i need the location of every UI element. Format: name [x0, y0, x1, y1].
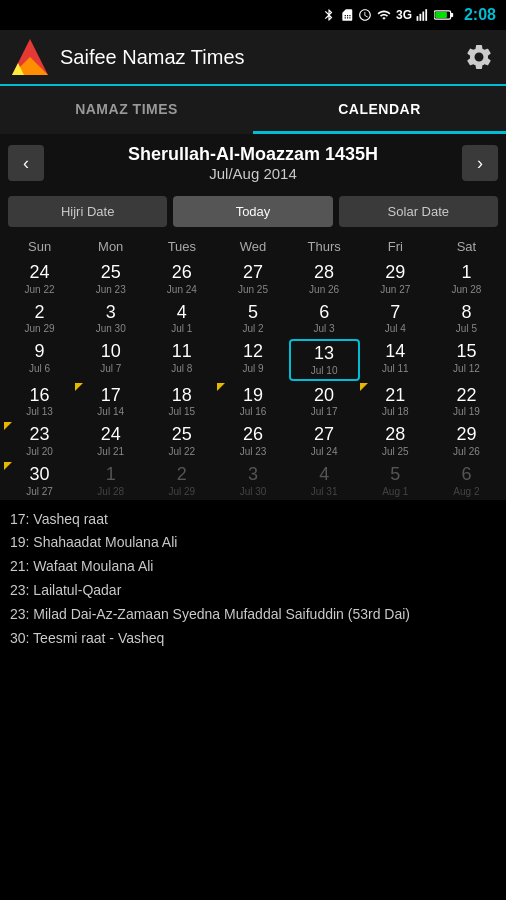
cell-main-number: 12 — [217, 341, 288, 363]
status-icons: 3G 2:08 — [322, 6, 496, 24]
calendar-grid: SunMonTuesWedThursFriSat 24Jun 2225Jun 2… — [0, 235, 506, 500]
calendar-cell[interactable]: 6Jul 3 — [289, 300, 360, 338]
calendar-cell[interactable]: 5Jul 2 — [217, 300, 288, 338]
day-header: Sat — [431, 235, 502, 258]
cell-sub-date: Jul 7 — [75, 363, 146, 375]
calendar-cell[interactable]: 28Jul 25 — [360, 422, 431, 460]
cell-main-number: 27 — [289, 424, 360, 446]
calendar-cell[interactable]: 7Jul 4 — [360, 300, 431, 338]
calendar-cell[interactable]: 10Jul 7 — [75, 339, 146, 381]
calendar-cell[interactable]: 26Jul 23 — [217, 422, 288, 460]
calendar-month-hijri: Sherullah-Al-Moazzam 1435H — [44, 144, 462, 165]
cell-sub-date: Jun 25 — [217, 284, 288, 296]
cell-main-number: 25 — [146, 424, 217, 446]
cell-main-number: 7 — [360, 302, 431, 324]
cell-main-number: 4 — [146, 302, 217, 324]
cell-main-number: 10 — [75, 341, 146, 363]
cell-main-number: 30 — [4, 464, 75, 486]
cell-sub-date: Jul 16 — [217, 406, 288, 418]
calendar-cell[interactable]: 11Jul 8 — [146, 339, 217, 381]
cell-main-number: 4 — [289, 464, 360, 486]
calendar-cell[interactable]: 24Jun 22 — [4, 260, 75, 298]
calendar-cell[interactable]: 9Jul 6 — [4, 339, 75, 381]
app-header: Saifee Namaz Times — [0, 30, 506, 86]
battery-icon — [434, 8, 454, 22]
cell-main-number: 25 — [75, 262, 146, 284]
cell-sub-date: Jul 31 — [289, 486, 360, 498]
calendar-cell[interactable]: 4Jul 31 — [289, 462, 360, 500]
cell-sub-date: Jun 22 — [4, 284, 75, 296]
calendar-cell[interactable]: 23Jul 20 — [4, 422, 75, 460]
hijri-date-button[interactable]: Hijri Date — [8, 196, 167, 227]
svg-rect-5 — [451, 13, 454, 17]
cell-main-number: 13 — [291, 343, 358, 365]
svg-rect-6 — [435, 12, 447, 18]
cell-main-number: 24 — [4, 262, 75, 284]
cell-main-number: 28 — [289, 262, 360, 284]
app-title: Saifee Namaz Times — [60, 46, 464, 69]
calendar-cell[interactable]: 20Jul 17 — [289, 383, 360, 421]
calendar-cell[interactable]: 2Jul 29 — [146, 462, 217, 500]
calendar-cell[interactable]: 29Jun 27 — [360, 260, 431, 298]
calendar-cell[interactable]: 1Jun 28 — [431, 260, 502, 298]
cell-main-number: 19 — [217, 385, 288, 407]
cell-sub-date: Jul 28 — [75, 486, 146, 498]
calendar-cell[interactable]: 25Jun 23 — [75, 260, 146, 298]
cell-sub-date: Jun 23 — [75, 284, 146, 296]
tab-calendar[interactable]: CALENDAR — [253, 86, 506, 134]
cell-main-number: 3 — [75, 302, 146, 324]
next-month-button[interactable]: › — [462, 145, 498, 181]
calendar-cell[interactable]: 26Jun 24 — [146, 260, 217, 298]
calendar-cell[interactable]: 27Jul 24 — [289, 422, 360, 460]
event-item: 23: Lailatul-Qadar — [10, 579, 496, 603]
tabs-container: NAMAZ TIMES CALENDAR — [0, 86, 506, 134]
svg-rect-2 — [422, 12, 424, 21]
today-button[interactable]: Today — [173, 196, 332, 227]
calendar-cell[interactable]: 25Jul 22 — [146, 422, 217, 460]
calendar-cell[interactable]: 19Jul 16 — [217, 383, 288, 421]
calendar-cell[interactable]: 28Jun 26 — [289, 260, 360, 298]
calendar-cell[interactable]: 4Jul 1 — [146, 300, 217, 338]
calendar-cell[interactable]: 17Jul 14 — [75, 383, 146, 421]
calendar-cell[interactable]: 3Jun 30 — [75, 300, 146, 338]
cell-sub-date: Jul 5 — [431, 323, 502, 335]
calendar-week: 2Jun 293Jun 304Jul 15Jul 26Jul 37Jul 48J… — [4, 300, 502, 338]
settings-icon[interactable] — [464, 42, 494, 72]
date-type-buttons: Hijri Date Today Solar Date — [0, 192, 506, 235]
calendar-cell[interactable]: 22Jul 19 — [431, 383, 502, 421]
calendar-cell[interactable]: 29Jul 26 — [431, 422, 502, 460]
calendar-cell[interactable]: 1Jul 28 — [75, 462, 146, 500]
calendar-cell[interactable]: 13Jul 10 — [289, 339, 360, 381]
cell-main-number: 28 — [360, 424, 431, 446]
cell-sub-date: Jul 6 — [4, 363, 75, 375]
cell-sub-date: Jun 28 — [431, 284, 502, 296]
calendar-cell[interactable]: 15Jul 12 — [431, 339, 502, 381]
calendar-cell[interactable]: 21Jul 18 — [360, 383, 431, 421]
calendar-cell[interactable]: 2Jun 29 — [4, 300, 75, 338]
calendar-cell[interactable]: 3Jul 30 — [217, 462, 288, 500]
cell-main-number: 15 — [431, 341, 502, 363]
cell-sub-date: Jul 8 — [146, 363, 217, 375]
calendar-cell[interactable]: 16Jul 13 — [4, 383, 75, 421]
prev-month-button[interactable]: ‹ — [8, 145, 44, 181]
calendar-cell[interactable]: 5Aug 1 — [360, 462, 431, 500]
calendar-cell[interactable]: 8Jul 5 — [431, 300, 502, 338]
calendar-cell[interactable]: 27Jun 25 — [217, 260, 288, 298]
tab-namaz-times[interactable]: NAMAZ TIMES — [0, 86, 253, 134]
cell-sub-date: Jul 14 — [75, 406, 146, 418]
calendar-cell[interactable]: 30Jul 27 — [4, 462, 75, 500]
cell-main-number: 14 — [360, 341, 431, 363]
cell-sub-date: Aug 1 — [360, 486, 431, 498]
cell-sub-date: Jul 11 — [360, 363, 431, 375]
cell-main-number: 24 — [75, 424, 146, 446]
calendar-week: 23Jul 2024Jul 2125Jul 2226Jul 2327Jul 24… — [4, 422, 502, 460]
calendar-cell[interactable]: 18Jul 15 — [146, 383, 217, 421]
calendar-cell[interactable]: 24Jul 21 — [75, 422, 146, 460]
cell-sub-date: Jul 12 — [431, 363, 502, 375]
solar-date-button[interactable]: Solar Date — [339, 196, 498, 227]
wifi-icon — [376, 8, 392, 22]
cell-sub-date: Jul 17 — [289, 406, 360, 418]
calendar-cell[interactable]: 14Jul 11 — [360, 339, 431, 381]
calendar-cell[interactable]: 12Jul 9 — [217, 339, 288, 381]
calendar-cell[interactable]: 6Aug 2 — [431, 462, 502, 500]
